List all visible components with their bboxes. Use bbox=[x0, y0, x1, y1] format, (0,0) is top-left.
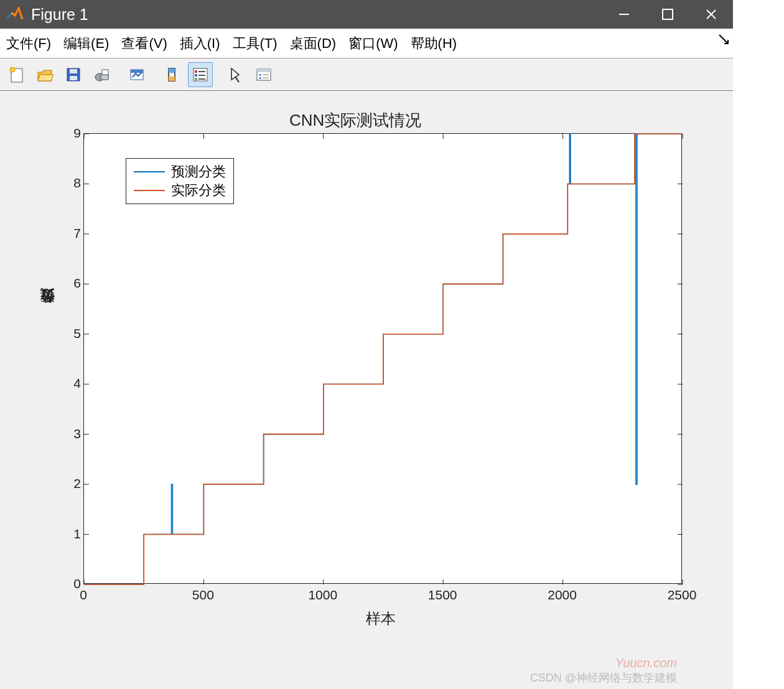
legend-item-predicted: 预测分类 bbox=[134, 162, 226, 181]
x-tick-label: 1000 bbox=[304, 588, 342, 602]
dock-icon[interactable] bbox=[718, 32, 729, 49]
svg-rect-1 bbox=[663, 9, 673, 19]
x-tick-label: 0 bbox=[65, 588, 102, 602]
svg-rect-28 bbox=[259, 74, 261, 76]
chart-title: CNN实际测试情况 bbox=[289, 110, 421, 131]
menu-desktop[interactable]: 桌面(D) bbox=[284, 29, 343, 58]
y-tick-label: 6 bbox=[68, 276, 81, 291]
watermark-site: Yuucn.com bbox=[615, 656, 677, 670]
window-title: Figure 1 bbox=[31, 6, 88, 24]
x-tick-label: 2500 bbox=[663, 588, 701, 602]
close-button[interactable] bbox=[689, 0, 733, 29]
menu-bar: 文件(F) 编辑(E) 查看(V) 插入(I) 工具(T) 桌面(D) 窗口(W… bbox=[0, 29, 733, 59]
menu-view[interactable]: 查看(V) bbox=[115, 29, 173, 58]
matlab-icon bbox=[5, 6, 25, 22]
y-tick-label: 1 bbox=[68, 527, 81, 541]
svg-rect-19 bbox=[195, 70, 197, 73]
menu-file[interactable]: 文件(F) bbox=[0, 29, 57, 58]
y-tick-label: 2 bbox=[68, 476, 81, 491]
minimize-button[interactable] bbox=[602, 0, 646, 29]
svg-rect-16 bbox=[169, 68, 175, 73]
edit-plot-icon[interactable] bbox=[223, 62, 248, 87]
print-icon[interactable] bbox=[90, 62, 114, 87]
x-axis-label: 样本 bbox=[366, 609, 396, 629]
new-figure-icon[interactable] bbox=[4, 62, 29, 87]
legend-item-actual: 实际分类 bbox=[134, 181, 226, 200]
y-tick-label: 8 bbox=[68, 176, 81, 190]
svg-line-25 bbox=[235, 77, 239, 82]
svg-rect-21 bbox=[195, 74, 197, 77]
open-icon[interactable] bbox=[32, 62, 57, 87]
page-margin bbox=[733, 0, 784, 689]
svg-rect-9 bbox=[70, 76, 77, 80]
svg-point-6 bbox=[10, 67, 15, 72]
svg-rect-17 bbox=[169, 77, 175, 81]
svg-rect-12 bbox=[101, 75, 108, 80]
x-tick-label: 2000 bbox=[544, 588, 581, 602]
toolbar bbox=[0, 59, 733, 91]
menu-insert[interactable]: 插入(I) bbox=[174, 29, 226, 58]
x-tick-label: 1500 bbox=[424, 588, 461, 602]
y-tick-label: 7 bbox=[68, 226, 81, 241]
legend-toggle-icon[interactable] bbox=[188, 62, 213, 87]
y-tick-label: 5 bbox=[68, 326, 81, 341]
legend-label-predicted: 预测分类 bbox=[171, 162, 226, 181]
y-tick-label: 4 bbox=[68, 376, 81, 391]
y-tick-label: 3 bbox=[68, 426, 81, 441]
svg-rect-27 bbox=[257, 69, 271, 72]
svg-rect-23 bbox=[195, 78, 197, 80]
y-tick-label: 9 bbox=[68, 126, 81, 141]
menu-help[interactable]: 帮助(H) bbox=[404, 29, 464, 58]
menu-window[interactable]: 窗口(W) bbox=[342, 29, 404, 58]
menu-tools[interactable]: 工具(T) bbox=[226, 29, 284, 58]
chart-legend[interactable]: 预测分类 实际分类 bbox=[126, 158, 234, 204]
watermark-csdn: CSDN @神经网络与数学建模 bbox=[530, 670, 677, 685]
menu-edit[interactable]: 编辑(E) bbox=[57, 29, 115, 58]
rotate-icon[interactable] bbox=[159, 62, 184, 87]
window-titlebar: Figure 1 bbox=[0, 0, 733, 29]
svg-rect-8 bbox=[70, 69, 77, 73]
figure-canvas: CNN实际测试情况 0123456789 0500100015002000250… bbox=[0, 91, 733, 689]
svg-rect-29 bbox=[259, 77, 261, 79]
x-tick-label: 500 bbox=[184, 588, 222, 602]
legend-label-actual: 实际分类 bbox=[171, 181, 226, 200]
maximize-button[interactable] bbox=[646, 0, 689, 29]
colorbar-icon[interactable] bbox=[251, 62, 276, 87]
link-axes-icon[interactable] bbox=[124, 62, 149, 87]
save-icon[interactable] bbox=[61, 62, 86, 87]
